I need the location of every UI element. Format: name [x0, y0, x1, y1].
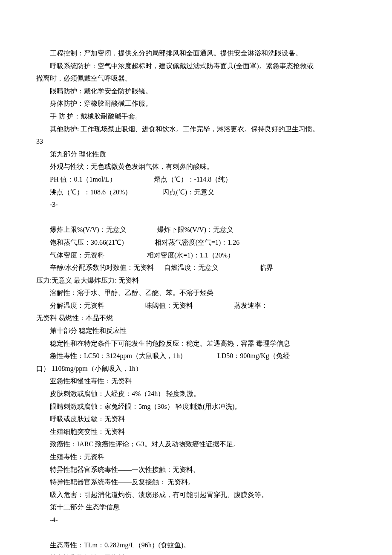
critical-prefix: 临界: [259, 264, 273, 271]
stot-single-exposure: 特异性靶器官系统毒性——一次性接触：无资料。: [36, 463, 356, 476]
boiling-flash-row: 沸点（℃）：108.6（20%） 闪点(℃)：无意义: [36, 186, 356, 199]
respiratory-protection-line1: 呼吸系统防护：空气中浓度超标时，建议佩戴过滤式防毒面具(全面罩)。紧急事态抢救或: [36, 60, 356, 72]
germ-cell-mutagenicity: 生殖细胞突变性：无资料: [36, 425, 356, 438]
mouse-inhalation: 1108mg/ppm（小鼠吸入，1h）: [52, 365, 142, 372]
partition-coef-row: 辛醇/水分配系数的对数值：无资料 自燃温度：无意义 临界: [36, 261, 356, 274]
upper-explosion-limit: 爆炸上限%(V/V)：无意义: [50, 226, 127, 233]
critical-pressure: 压力:无意义: [36, 277, 72, 284]
ph-melting-row: PH 值：0.1（1mol/L） 熔点（℃）：-114.8（纯）: [36, 173, 356, 186]
body-protection: 身体防护：穿橡胶耐酸碱工作服。: [36, 97, 356, 110]
section-10-heading: 第十部分 稳定性和反应性: [36, 324, 356, 337]
flammability: 易燃性：本品不燃: [58, 314, 113, 321]
odor-threshold: 味阈值：无资料: [145, 302, 193, 309]
stot-repeated-exposure: 特异性靶器官系统毒性——反复接触： 无资料。: [36, 476, 356, 489]
solubility: 溶解性：溶于水、甲醇、乙醇、乙醚、苯。不溶于烃类: [36, 286, 356, 299]
subacute-chronic-toxicity: 亚急性和慢性毒性：无资料: [36, 375, 356, 387]
relative-vapor-density: 相对蒸气密度(空气=1)：1.26: [155, 239, 240, 246]
acute-toxicity-row: 急性毒性：LC50：3124ppm（大鼠吸入，1h） LD50：900mg/Kg…: [36, 350, 356, 362]
autoignition-temp: 自燃温度：无意义: [164, 264, 219, 271]
skin-irritation: 皮肤刺激或腐蚀：人经皮：4%（24h） 轻度刺激。: [36, 387, 356, 400]
lc50: 急性毒性：LC50：3124ppm（大鼠吸入，1h）: [50, 352, 187, 359]
vapor-pressure-row: 饱和蒸气压：30.66(21℃) 相对蒸气密度(空气=1)：1.26: [36, 236, 356, 249]
appearance: 外观与性状：无色或微黄色发烟气体，有刺鼻的酸味。: [36, 160, 356, 173]
max-explosion-pressure: 最大爆炸压力: 无资料: [74, 277, 138, 284]
gas-density-row: 气体密度：无资料 相对密度(水=1)：1.1（20%）: [36, 249, 356, 262]
section-9-heading: 第九部分 理化性质: [36, 148, 356, 161]
decomposition-row: 分解温度：无资料 味阈值：无资料 蒸发速率：: [36, 299, 356, 312]
critical-pressure-row: 压力:无意义 最大爆炸压力: 无资料: [36, 274, 356, 287]
explosion-limits-row: 爆炸上限%(V/V)：无意义 爆炸下限%(V/V)：无意义: [36, 223, 356, 236]
relative-density: 相对密度(水=1)：1.1（20%）: [147, 251, 234, 259]
hand-protection: 手 防 护：戴橡胶耐酸碱手套。: [36, 110, 356, 123]
evaporation-rate-label: 蒸发速率：: [234, 302, 268, 309]
section-12-heading: 第十二部分 生态学信息: [36, 501, 356, 514]
document-page: 工程控制：严加密闭，提供充分的局部排风和全面通风。提供安全淋浴和洗眼设备。 呼吸…: [0, 0, 392, 555]
eye-protection: 眼睛防护：戴化学安全防护眼镜。: [36, 85, 356, 98]
page-number-3: -3-: [36, 198, 356, 211]
aspiration-hazard: 吸入危害：引起消化道灼伤、溃疡形成，有可能引起胃穿孔、腹膜炎等。: [36, 489, 356, 501]
other-protection-line1: 其他防护: 工作现场禁止吸烟、进食和饮水。工作完毕，淋浴更衣。保持良好的卫生习惯…: [36, 123, 356, 136]
no-data-text: 无资料: [36, 314, 57, 321]
acute-toxicity-cont: 口） 1108mg/ppm（小鼠吸入，1h）: [36, 362, 356, 375]
decomposition-temp: 分解温度：无资料: [50, 302, 104, 309]
page-number-4: -4-: [36, 514, 356, 526]
ph-value: PH 值：0.1（1mol/L）: [50, 176, 116, 183]
lower-explosion-limit: 爆炸下限%(V/V)：无意义: [157, 226, 234, 233]
blank-line: [36, 211, 356, 224]
other-protection-line2: 33: [36, 135, 356, 148]
carcinogenicity: 致癌性：IARC 致癌性评论；G3。对人及动物致癌性证据不足。: [36, 438, 356, 451]
blank-line: [36, 526, 356, 539]
ecotoxicity: 生态毒性：TLm：0.282mg/L（96h）(食蚊鱼)。: [36, 539, 356, 552]
oral-route: 口）: [36, 365, 50, 372]
engineering-control: 工程控制：严加密闭，提供充分的局部排风和全面通风。提供安全淋浴和洗眼设备。: [36, 47, 356, 60]
melting-point: 熔点（℃）：-114.8（纯）: [154, 176, 232, 183]
respiratory-skin-sensitization: 呼吸或皮肤过敏：无资料: [36, 413, 356, 425]
reproductive-toxicity: 生殖毒性：无资料: [36, 451, 356, 463]
eye-irritation: 眼睛刺激或腐蚀：家兔经眼：5mg（30s） 轻度刺激(用水冲洗)。: [36, 400, 356, 413]
respiratory-protection-line2: 撤离时，必须佩戴空气呼吸器。: [36, 72, 356, 85]
partition-coefficient: 辛醇/水分配系数的对数值：无资料: [50, 264, 154, 271]
vapor-pressure: 饱和蒸气压：30.66(21℃): [50, 239, 124, 246]
persistence-degradability: 持久性和降解性：无资料: [36, 552, 356, 555]
boiling-point: 沸点（℃）：108.6（20%）: [50, 188, 132, 196]
flammability-row: 无资料 易燃性：本品不燃: [36, 312, 356, 324]
flash-point: 闪点(℃)：无意义: [162, 188, 214, 196]
ld50: LD50：900mg/Kg（兔经: [217, 352, 290, 359]
gas-density: 气体密度：无资料: [50, 251, 104, 259]
stability: 稳定性和在特定条件下可能发生的危险反应：稳定。若遇高热，容器 毒理学信息: [36, 337, 356, 350]
